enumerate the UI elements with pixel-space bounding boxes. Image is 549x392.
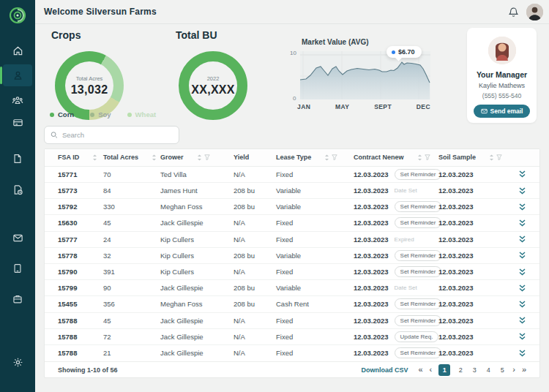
expand-row-chevrons-icon[interactable] — [518, 316, 526, 325]
total-bu-donut-chart: 2022 XX,XXX — [179, 51, 247, 120]
cell-total-acres: 356 — [103, 300, 160, 308]
cell-yield: N/A — [234, 317, 276, 325]
column-header-fsa-id[interactable]: FSA ID — [58, 154, 103, 161]
download-csv-link[interactable]: Download CSV — [361, 366, 408, 374]
x-axis-tick-label: MAY — [335, 103, 349, 110]
cell-lease-type: Fixed — [276, 317, 354, 325]
status-badge[interactable]: Set Reminder — [395, 298, 442, 309]
crops-center-value: 13,032 — [71, 83, 108, 97]
table-row[interactable]: 15773 84 James Hunt 208 bu Variable 12.0… — [45, 183, 539, 199]
search-input[interactable] — [62, 131, 173, 139]
x-axis-tick-label: DEC — [417, 103, 430, 110]
table-row[interactable]: 15630 45 Jack Gillespie N/A Fixed 12.03.… — [45, 215, 539, 231]
notifications-bell-icon[interactable] — [508, 7, 519, 18]
sort-icon[interactable] — [324, 154, 329, 161]
filter-icon[interactable] — [425, 154, 430, 160]
status-badge[interactable]: Set Reminder — [395, 347, 442, 358]
table-row[interactable]: 15771 70 Ted Villa N/A Fixed 12.03.2023 … — [45, 167, 539, 183]
sort-icon[interactable] — [92, 154, 97, 161]
expand-row-chevrons-icon[interactable] — [518, 268, 526, 276]
table-header-row: FSA IDTotal AcresGrowerYieldLease TypeCo… — [45, 149, 539, 167]
status-badge[interactable]: Set Reminder — [395, 250, 442, 261]
sidebar-item-home[interactable] — [0, 39, 35, 61]
sidebar-item-schedule[interactable] — [0, 288, 35, 310]
expand-row-chevrons-icon[interactable] — [518, 170, 526, 178]
status-badge[interactable]: Set Reminder — [395, 315, 442, 326]
cell-total-acres: 32 — [103, 252, 160, 260]
cell-soil-date: 12.03.2023 — [438, 349, 508, 357]
page-button-3[interactable]: 3 — [471, 366, 478, 374]
expand-row-chevrons-icon[interactable] — [518, 300, 526, 309]
column-header-lease-type[interactable]: Lease Type — [276, 154, 354, 161]
column-header-soil-sample[interactable]: Soil Sample — [438, 154, 508, 161]
sidebar-item-document-sync[interactable] — [0, 178, 35, 200]
page-button-1[interactable]: 1 — [438, 364, 450, 376]
sidebar-item-settings[interactable] — [0, 351, 35, 373]
table-row[interactable]: 15778 32 Kip Cullers 208 bu Variable 12.… — [45, 248, 539, 264]
send-email-button[interactable]: Send email — [474, 105, 531, 118]
status-badge[interactable]: Set Reminder — [395, 266, 442, 277]
column-header-contract-nenew[interactable]: Contract Nenew — [354, 154, 438, 161]
status-badge[interactable]: Update Req. — [395, 331, 439, 342]
legend-dot-icon — [50, 113, 54, 117]
expand-row-chevrons-icon[interactable] — [518, 186, 526, 195]
sort-icon[interactable] — [417, 154, 422, 161]
first-page-button[interactable]: « — [418, 366, 422, 374]
prev-page-button[interactable]: ‹ — [430, 366, 433, 374]
sort-icon[interactable] — [197, 154, 202, 161]
cell-grower: Kip Cullers — [160, 268, 234, 276]
column-label: FSA ID — [58, 154, 79, 161]
status-badge[interactable]: Set Reminder — [395, 217, 442, 228]
table-row[interactable]: 15788 21 Jack Gillespie N/A Fixed 12.03.… — [45, 345, 539, 361]
x-axis-labels: JANMAYSEPTDEC — [297, 103, 430, 110]
column-header-total-acres[interactable]: Total Acres — [103, 154, 160, 161]
column-header-yield[interactable]: Yield — [234, 154, 276, 161]
sort-icon[interactable] — [152, 154, 157, 161]
cell-yield: 208 bu — [234, 203, 276, 211]
cell-lease-type: Variable — [276, 252, 354, 260]
next-page-button[interactable]: › — [512, 366, 515, 374]
filter-icon[interactable] — [332, 154, 337, 160]
sidebar-item-messages[interactable] — [0, 227, 35, 249]
table-row[interactable]: 15788 72 Jack Gillespie N/A Fixed 12.03.… — [45, 329, 539, 345]
sidebar-item-devices[interactable] — [0, 257, 35, 279]
user-avatar[interactable] — [526, 4, 543, 20]
filter-icon[interactable] — [496, 154, 502, 160]
page-button-2[interactable]: 2 — [457, 366, 464, 374]
filter-icon[interactable] — [204, 154, 210, 160]
status-badge[interactable]: Set Reminder — [395, 201, 442, 212]
expand-row-chevrons-icon[interactable] — [518, 332, 526, 341]
table-row[interactable]: 15455 356 Meghan Foss 208 bu Cash Rent 1… — [45, 296, 539, 312]
cell-fsa-id: 15788 — [58, 333, 103, 341]
page-button-5[interactable]: 5 — [498, 366, 506, 374]
table-row[interactable]: 15792 330 Meghan Foss 208 bu Variable 12… — [45, 199, 539, 215]
table-row[interactable]: 15799 90 Jack Gillespie 208 bu Variable … — [45, 280, 539, 296]
cell-lease-type: Fixed — [276, 219, 354, 227]
table-row[interactable]: 15790 391 Kip Cullers N/A Fixed 12.03.20… — [45, 264, 539, 280]
table-row[interactable]: 15788 45 Jack Gillespie N/A Fixed 12.03.… — [45, 313, 539, 329]
expand-row-chevrons-icon[interactable] — [518, 203, 526, 211]
expand-row-chevrons-icon[interactable] — [518, 349, 526, 358]
legend-item-soy: Soy — [90, 110, 111, 118]
expand-row-chevrons-icon[interactable] — [518, 251, 526, 260]
sidebar-item-team[interactable] — [0, 89, 35, 111]
sidebar-item-fields[interactable] — [3, 64, 32, 86]
legend-label: Corn — [58, 110, 74, 118]
last-page-button[interactable]: » — [522, 366, 526, 374]
page-button-4[interactable]: 4 — [485, 366, 492, 374]
showing-count: Showing 1-10 of 56 — [58, 366, 118, 374]
table-row[interactable]: 15777 24 Kip Cullers N/A Fixed 12.03.202… — [45, 232, 539, 248]
crops-center-label: Total Acres — [76, 75, 103, 82]
sidebar-item-documents[interactable] — [0, 148, 35, 170]
expand-row-chevrons-icon[interactable] — [518, 284, 526, 293]
expand-row-chevrons-icon[interactable] — [518, 219, 526, 227]
sidebar-item-payments[interactable] — [0, 111, 35, 133]
cell-grower: Ted Villa — [160, 170, 234, 178]
column-header-grower[interactable]: Grower — [160, 154, 234, 161]
sort-icon[interactable] — [489, 154, 494, 161]
status-badge[interactable]: Set Reminder — [395, 169, 442, 180]
cell-soil-date: 12.03.2023 — [438, 252, 508, 260]
cell-fsa-id: 15773 — [58, 186, 103, 195]
expand-row-chevrons-icon[interactable] — [518, 235, 526, 244]
cell-grower: Jack Gillespie — [160, 219, 234, 227]
